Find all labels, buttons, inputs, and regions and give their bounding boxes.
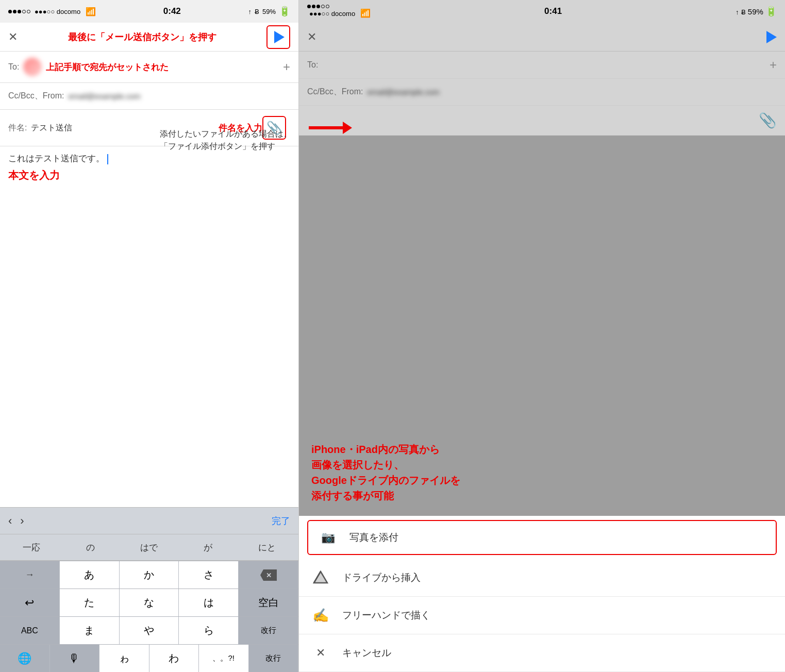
key-newline[interactable]: 改行 bbox=[249, 645, 299, 672]
japanese-keyboard: → あ か さ ✕ ↩ た な は 空白 ABC ま bbox=[0, 561, 298, 672]
arrow-head bbox=[343, 122, 352, 134]
cc-label: Cc/Bcc、From: bbox=[8, 91, 64, 102]
wifi-icon: 📶 bbox=[86, 7, 96, 16]
svg-marker-3 bbox=[314, 572, 327, 583]
key-abc[interactable]: ABC bbox=[0, 617, 60, 644]
keyboard-row-4: 🌐 🎙 ゎ わ 、。?! 改行 bbox=[0, 644, 298, 672]
attach-photo-button[interactable]: 📷 写真を添付 bbox=[307, 520, 777, 555]
from-address: email@example.com bbox=[68, 92, 140, 100]
right-attachment-button[interactable]: 📎 bbox=[759, 112, 777, 129]
backspace-button[interactable]: ✕ bbox=[239, 561, 298, 589]
cc-bcc-field: Cc/Bcc、From: email@example.com bbox=[0, 83, 298, 110]
suggestion-4[interactable]: が bbox=[204, 542, 212, 553]
subject-annotation: 件名を入力 bbox=[219, 122, 262, 134]
key-enter[interactable]: 改行 bbox=[239, 617, 298, 644]
action-sheet: 📷 写真を添付 ドライブから挿入 ✍ フリーハンドで描く ✕ キャンセル bbox=[299, 516, 785, 672]
right-battery-area: ↑ Ƀ 59% 🔋 bbox=[736, 6, 777, 17]
battery-percent: 59% bbox=[262, 8, 276, 15]
right-cc-label: Cc/Bcc、From: bbox=[307, 87, 363, 97]
body-capability-annotation: iPhone・iPad内の写真から 画像を選択したり、 Googleドライブ内の… bbox=[311, 442, 460, 503]
key-return[interactable]: ↩ bbox=[0, 589, 60, 616]
right-carrier: ●●●○○ docomo 📶 bbox=[307, 5, 371, 18]
subject-value: テスト送信 bbox=[31, 123, 215, 133]
drive-insert-button[interactable]: ドライブから挿入 bbox=[299, 559, 785, 597]
key-globe[interactable]: 🌐 bbox=[0, 645, 50, 672]
suggestion-1[interactable]: 一応 bbox=[23, 542, 40, 553]
left-carrier: ●●●○○ docomo 📶 bbox=[8, 7, 96, 16]
right-location-icon: ↑ bbox=[736, 8, 739, 16]
key-punctuation[interactable]: 、。?! bbox=[199, 645, 249, 672]
key-ka[interactable]: か bbox=[120, 561, 179, 589]
key-wa[interactable]: わ bbox=[149, 645, 199, 672]
arrow-shaft bbox=[309, 126, 345, 129]
to-annotation: 上記手順で宛先がセットされた bbox=[46, 61, 169, 73]
right-signal-icon bbox=[307, 5, 371, 8]
left-status-bar: ●●●○○ docomo 📶 0:42 ↑ Ƀ 59% 🔋 bbox=[0, 0, 298, 23]
suggestion-5[interactable]: にと bbox=[258, 542, 276, 553]
suggestion-bar: 一応 の はで が にと bbox=[0, 534, 298, 561]
drive-insert-label: ドライブから挿入 bbox=[342, 571, 421, 584]
carrier-name: ●●●○○ docomo bbox=[35, 8, 80, 15]
suggestion-3[interactable]: はで bbox=[140, 542, 158, 553]
attachment-button-annotated[interactable]: 📎 bbox=[262, 116, 286, 140]
key-a[interactable]: あ bbox=[60, 561, 120, 589]
right-bluetooth-icon: Ƀ bbox=[741, 8, 746, 16]
done-button[interactable]: 完了 bbox=[272, 515, 290, 527]
freehand-icon: ✍ bbox=[311, 606, 330, 625]
right-close-button[interactable]: ✕ bbox=[307, 30, 316, 44]
keyboard-nav: ‹ › bbox=[8, 514, 272, 528]
subject-label: 件名: bbox=[8, 123, 27, 133]
key-space[interactable]: 空白 bbox=[239, 589, 298, 616]
left-toolbar: ✕ 最後に「メール送信ボタン」を押す bbox=[0, 23, 298, 52]
battery-icon: 🔋 bbox=[279, 6, 290, 17]
send-button[interactable] bbox=[266, 25, 290, 49]
cancel-icon: ✕ bbox=[311, 644, 330, 662]
prev-field-button[interactable]: ‹ bbox=[8, 514, 12, 528]
svg-text:✕: ✕ bbox=[265, 572, 271, 579]
key-arrow-right[interactable]: → bbox=[0, 561, 60, 589]
keyboard-toolbar: ‹ › 完了 bbox=[0, 507, 298, 534]
keyboard-row-2: ↩ た な は 空白 bbox=[0, 589, 298, 616]
drive-icon bbox=[311, 568, 330, 587]
key-ma[interactable]: ま bbox=[60, 617, 120, 644]
right-send-icon bbox=[766, 31, 777, 43]
right-cc-field: Cc/Bcc、From: email@example.com bbox=[299, 79, 785, 106]
right-add-recipient-button[interactable]: + bbox=[770, 58, 777, 72]
cancel-label: キャンセル bbox=[342, 646, 391, 660]
key-ya[interactable]: や bbox=[120, 617, 179, 644]
right-toolbar: ✕ bbox=[299, 23, 785, 52]
send-annotation: 最後に「メール送信ボタン」を押す bbox=[18, 31, 266, 43]
close-button[interactable]: ✕ bbox=[8, 30, 18, 44]
to-label: To: bbox=[8, 62, 19, 72]
add-recipient-button[interactable]: + bbox=[283, 60, 290, 74]
key-sa[interactable]: さ bbox=[179, 561, 239, 589]
cancel-button[interactable]: ✕ キャンセル bbox=[299, 634, 785, 672]
suggestion-2[interactable]: の bbox=[86, 542, 95, 553]
text-cursor bbox=[107, 154, 108, 164]
key-ta[interactable]: た bbox=[60, 589, 120, 616]
key-ha[interactable]: は bbox=[179, 589, 239, 616]
right-body-area: iPhone・iPad内の写真から 画像を選択したり、 Googleドライブ内の… bbox=[299, 136, 785, 516]
right-wifi-icon: 📶 bbox=[360, 9, 371, 18]
time-display: 0:42 bbox=[163, 6, 181, 16]
battery-area: ↑ Ƀ 59% 🔋 bbox=[248, 6, 290, 17]
right-send-button[interactable] bbox=[764, 31, 777, 43]
key-wa-small[interactable]: ゎ bbox=[99, 645, 149, 672]
signal-icon bbox=[8, 10, 30, 13]
right-time-display: 0:41 bbox=[544, 6, 562, 16]
left-panel: ●●●○○ docomo 📶 0:42 ↑ Ƀ 59% 🔋 ✕ 最後に「メール送… bbox=[0, 0, 299, 672]
right-subject-field: 件名: 📎 bbox=[299, 106, 785, 136]
key-ra[interactable]: ら bbox=[179, 617, 239, 644]
next-field-button[interactable]: › bbox=[20, 514, 24, 528]
key-mic[interactable]: 🎙 bbox=[50, 645, 100, 672]
location-icon: ↑ bbox=[248, 8, 252, 15]
freehand-button[interactable]: ✍ フリーハンドで描く bbox=[299, 597, 785, 634]
keyboard-row-3: ABC ま や ら 改行 bbox=[0, 616, 298, 644]
mail-body[interactable]: これはテスト送信です。 本文を入力 bbox=[0, 146, 298, 507]
recipient-avatar bbox=[23, 58, 42, 76]
right-from-address: email@example.com bbox=[367, 88, 439, 96]
key-na[interactable]: な bbox=[120, 589, 179, 616]
arrow-annotation bbox=[309, 126, 345, 129]
paperclip-icon: 📎 bbox=[266, 121, 282, 135]
backspace-icon: ✕ bbox=[259, 568, 278, 582]
